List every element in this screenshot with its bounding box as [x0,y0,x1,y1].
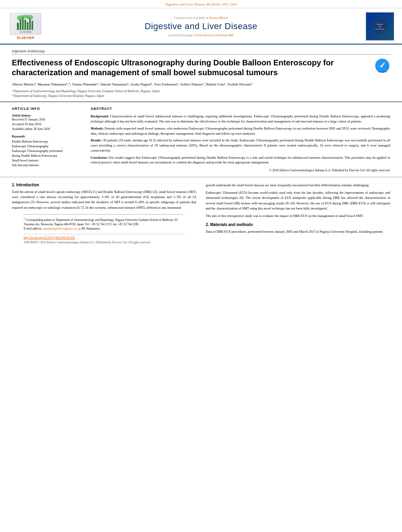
issn-copyright: 1590-8658/© 2016 Editrice Gastroenterolo… [24,241,184,244]
elsevier-logo: ELSEVIER ELSEVIER [8,13,43,40]
introduction-heading: 1. Introduction [12,183,196,187]
journal-title: Digestive and Liver Disease [43,21,359,32]
svg-rect-5 [29,18,31,30]
methods-para-1: Data of DBE-EUS procedures, performed be… [206,229,390,234]
keyword-2: Endoscopic Ultrasonography [12,144,83,149]
bottom-doi: http://dx.doi.org/10.1016/j.dld.2016.06.… [24,234,184,244]
affiliation-a: ᵃ Department of Gastroenterology and Hep… [12,89,390,94]
journal-homepage: journal homepage: www.elsevier.com/locat… [43,33,359,37]
body-section: 1. Introduction Until the advent of smal… [0,177,402,248]
keyword-5: Sub mucosal tumours [12,163,83,168]
svg-rect-4 [27,22,28,30]
body-left-col: 1. Introduction Until the advent of smal… [12,183,196,244]
intro-para-3: Endoscopic Ultrasound (EUS) became world… [206,190,390,211]
abstract-text: Background: Characterization of small bo… [91,114,390,173]
abstract-background: Background: Characterization of small bo… [91,114,390,124]
abstract-header: ABSTRACT [91,107,390,111]
abstract-results: Results: 30 patients (19 male; median ag… [91,138,390,153]
keyword-1: Double Balloon Enteroscopy [12,139,83,144]
methods-label: Methods: [91,126,104,130]
elsevier-logo-image: ELSEVIER [10,13,41,35]
history-label: Article history: [12,114,83,117]
intro-right-text: growth underneath the small bowel mucosa… [206,183,390,219]
homepage-link[interactable]: www.elsevier.com/locate/dld [195,33,234,37]
journal-center: Contents lists available at ScienceDirec… [43,16,359,37]
intro-para-2: growth underneath the small bowel mucosa… [206,183,390,188]
abstract-panel: ABSTRACT Background: Characterization of… [91,107,390,173]
page: Digestive and Liver Disease 48 (2016) 11… [0,0,402,532]
abstract-conclusion: Conclusion: Our results suggest that End… [91,155,390,165]
crossmark-icon: ✓ CrossMark [374,58,390,74]
journal-header: ELSEVIER ELSEVIER Contents lists availab… [0,8,402,44]
article-header: Digestive Endoscopy Effectiveness of End… [0,44,402,102]
conclusion-label: Conclusion: [91,156,108,159]
journal-brand-logo: Digestive and Liver Disease [366,12,394,41]
keyword-3: Endoscopic Ultrasonography performed [12,149,83,154]
article-info-panel: ARTICLE INFO Article history: Received 3… [12,107,83,173]
authors: Alberto Murinoᵃ, Masanao Nakamuraᵃ,*, Os… [12,82,390,87]
svg-text:✓: ✓ [379,61,386,70]
history-block: Article history: Received 31 January 201… [12,114,83,132]
journal-logo-right: Digestive and Liver Disease [359,12,394,41]
svg-text:CrossMark: CrossMark [378,70,387,73]
article-title-row: Effectiveness of Endoscopic Ultrasonogra… [12,58,390,78]
intro-para-4: The aim of this retrospective study was … [206,213,390,219]
sciencedirect-anchor[interactable]: ScienceDirect [209,16,228,20]
article-info-abstract: ARTICLE INFO Article history: Received 3… [0,102,402,177]
available-date: Available online 28 June 2016 [12,127,83,132]
methods-heading: 2. Materials and methods [206,222,390,227]
svg-point-9 [27,15,33,20]
abstract-methods: Methods: Patients with suspected small b… [91,126,390,136]
keyword-4: Small bowel tumours [12,158,83,163]
background-label: Background: [91,114,109,118]
svg-rect-6 [32,21,33,30]
footnote-correspondence: * Corresponding author at: Department of… [24,217,184,226]
article-title: Effectiveness of Endoscopic Ultrasonogra… [12,58,374,78]
svg-text:and: and [379,26,382,28]
received-date: Received 31 January 2016 [12,117,83,122]
keywords-block: Keywords: Double Balloon Enteroscopy End… [12,135,83,168]
doi-bar: Digestive and Liver Disease 48 (2016) 11… [0,0,402,8]
footnote-email: E-mail address: nakamura@med.nagoya-u.ac… [24,226,184,231]
doi-anchor[interactable]: http://dx.doi.org/10.1016/j.dld.2016.06.… [24,236,75,239]
svg-text:Liver Disease: Liver Disease [375,28,385,30]
doi-text: Digestive and Liver Disease 48 (2016) 11… [165,2,236,6]
svg-text:Digestive: Digestive [377,23,383,25]
introduction-text: Until the advent of small bowel capsule … [12,189,196,210]
article-info-header: ARTICLE INFO [12,107,83,111]
section-label: Digestive Endoscopy [12,49,390,55]
body-right-col: growth underneath the small bowel mucosa… [206,183,390,244]
intro-para-1: Until the advent of small bowel capsule … [12,189,196,210]
accepted-date: Accepted 20 June 2016 [12,122,83,127]
results-label: Results: [91,138,102,142]
footnote-email-link[interactable]: nakamura@med.nagoya-u.ac.jp [43,227,81,230]
doi-link: http://dx.doi.org/10.1016/j.dld.2016.06.… [24,236,184,239]
svg-rect-3 [24,20,26,30]
svg-rect-0 [17,23,19,30]
sciencedirect-link: Contents lists available at ScienceDirec… [43,16,359,20]
methods-text: Data of DBE-EUS procedures, performed be… [206,229,390,234]
keyword-3b: during Double Balloon Enteroscopy [12,154,83,158]
footnote-section: * Corresponding author at: Department of… [24,214,184,231]
abstract-copyright: © 2016 Editrice Gastroenterologica Itali… [91,168,390,173]
elsevier-brand: ELSEVIER [17,36,35,40]
affiliation-b: ᵇ Department of Endoscopy, Nagoya Univer… [12,94,390,98]
affiliations: ᵃ Department of Gastroenterology and Hep… [12,89,390,98]
keywords-label: Keywords: [12,135,83,138]
